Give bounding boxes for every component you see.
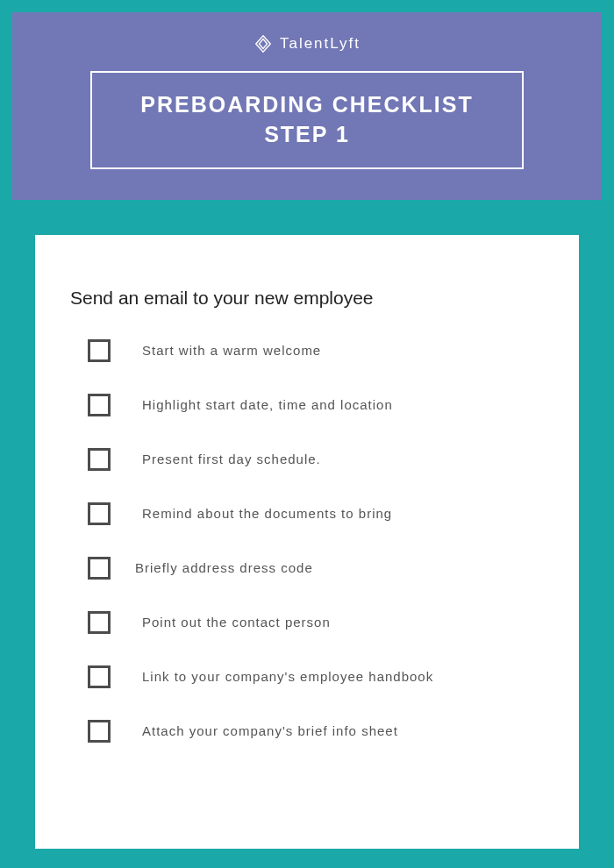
checkbox[interactable] xyxy=(88,611,111,634)
checkbox[interactable] xyxy=(88,502,111,525)
checkbox[interactable] xyxy=(88,339,111,362)
checkbox[interactable] xyxy=(88,720,111,743)
title-box: PREBOARDING CHECKLIST STEP 1 xyxy=(90,71,524,169)
checklist-label: Point out the contact person xyxy=(142,615,331,630)
title-line-2: STEP 1 xyxy=(140,120,474,150)
checklist-item: Highlight start date, time and location xyxy=(88,394,544,416)
checklist-item: Attach your company's brief info sheet xyxy=(88,720,544,743)
checklist: Start with a warm welcome Highlight star… xyxy=(70,339,544,743)
checklist-label: Highlight start date, time and location xyxy=(142,397,393,412)
checklist-label: Start with a warm welcome xyxy=(142,343,321,358)
title-line-1: PREBOARDING CHECKLIST xyxy=(140,90,474,120)
header-banner: TalentLyft PREBOARDING CHECKLIST STEP 1 xyxy=(12,12,602,200)
checkbox[interactable] xyxy=(88,448,111,471)
section-heading: Send an email to your new employee xyxy=(70,288,544,309)
talentlyft-logo-icon xyxy=(253,34,273,53)
checklist-item: Briefly address dress code xyxy=(88,557,544,580)
checklist-item: Present first day schedule. xyxy=(88,448,544,471)
checklist-label: Link to your company's employee handbook xyxy=(142,669,433,684)
checklist-label: Attach your company's brief info sheet xyxy=(142,723,398,738)
logo-brand-text: TalentLyft xyxy=(280,35,361,53)
content-card: Send an email to your new employee Start… xyxy=(35,235,579,849)
logo-row: TalentLyft xyxy=(253,34,361,53)
checklist-label: Remind about the documents to bring xyxy=(142,506,392,521)
checklist-item: Link to your company's employee handbook xyxy=(88,665,544,688)
checklist-label: Briefly address dress code xyxy=(135,560,313,575)
checklist-item: Start with a warm welcome xyxy=(88,339,544,362)
content-wrapper: Send an email to your new employee Start… xyxy=(0,200,614,866)
checkbox[interactable] xyxy=(88,394,111,416)
checklist-item: Point out the contact person xyxy=(88,611,544,634)
checklist-item: Remind about the documents to bring xyxy=(88,502,544,525)
checkbox[interactable] xyxy=(88,557,111,580)
checkbox[interactable] xyxy=(88,665,111,688)
checklist-label: Present first day schedule. xyxy=(142,452,321,466)
